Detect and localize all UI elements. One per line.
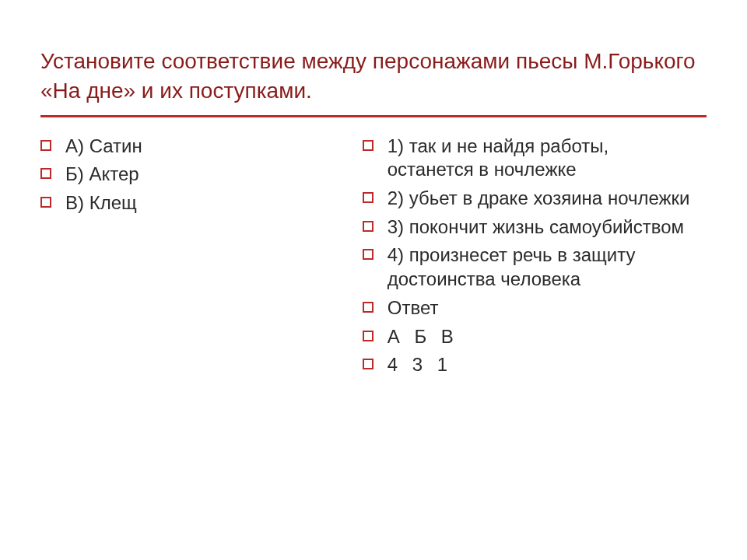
list-item-label: 4) произнесет речь в защиту достоинства … xyxy=(388,243,696,291)
list-item-label: В) Клещ xyxy=(65,191,137,215)
list-item: 4 3 1 xyxy=(363,353,696,377)
list-item-label: 1) так и не найдя работы, останется в но… xyxy=(388,135,696,182)
list-item: А) Сатин xyxy=(40,135,347,159)
list-item: 4) произнесет речь в защиту достоинства … xyxy=(363,243,696,291)
list-item: Ответ xyxy=(363,296,696,320)
title-underline xyxy=(40,115,707,117)
list-item-label: Б) Актер xyxy=(65,163,139,187)
list-item: 2) убьет в драке хозяина ночлежки xyxy=(363,187,696,211)
list-item: В) Клещ xyxy=(40,191,347,215)
list-item-label: 3) покончит жизнь самоубийством xyxy=(388,215,684,240)
square-bullet-icon xyxy=(363,221,374,232)
list-item: 1) так и не найдя работы, останется в но… xyxy=(363,135,696,182)
square-bullet-icon xyxy=(363,331,374,341)
left-column: А) Сатин Б) Актер В) Клещ xyxy=(40,135,347,382)
square-bullet-icon xyxy=(40,197,51,208)
list-item-label: 2) убьет в драке хозяина ночлежки xyxy=(388,187,690,211)
list-item-label: А) Сатин xyxy=(65,135,142,159)
list-item-label: А Б В xyxy=(388,325,454,349)
square-bullet-icon xyxy=(363,192,374,203)
list-item-label: 4 3 1 xyxy=(388,353,447,377)
right-column: 1) так и не найдя работы, останется в но… xyxy=(363,135,696,382)
square-bullet-icon xyxy=(40,168,51,179)
slide-title: Установите соответствие между персонажам… xyxy=(40,47,707,106)
list-item: Б) Актер xyxy=(40,163,347,187)
square-bullet-icon xyxy=(363,140,374,151)
slide: Установите соответствие между персонажам… xyxy=(0,0,747,560)
list-item: А Б В xyxy=(363,325,696,349)
list-item: 3) покончит жизнь самоубийством xyxy=(363,215,696,240)
square-bullet-icon xyxy=(363,359,374,369)
content-columns: А) Сатин Б) Актер В) Клещ 1) так и не на… xyxy=(40,135,707,382)
square-bullet-icon xyxy=(363,302,374,313)
list-item-label: Ответ xyxy=(388,296,439,320)
square-bullet-icon xyxy=(363,249,374,260)
square-bullet-icon xyxy=(40,140,51,151)
